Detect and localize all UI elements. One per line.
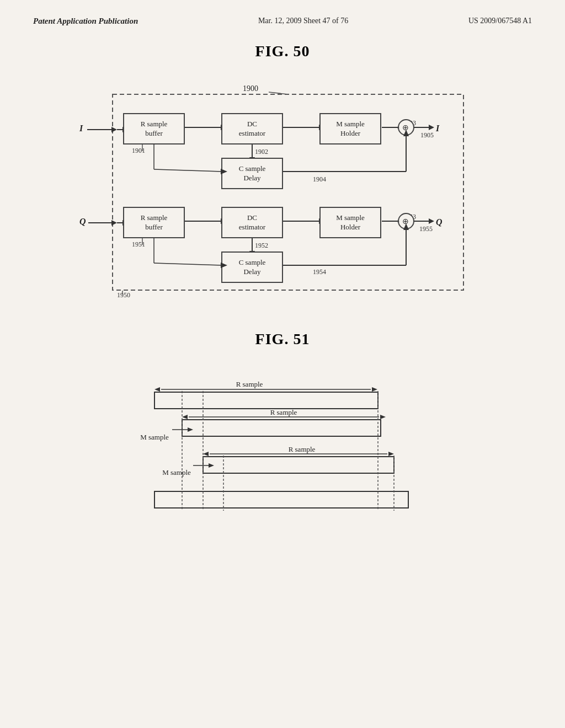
svg-marker-11 (319, 125, 324, 130)
svg-marker-54 (429, 218, 434, 224)
svg-text:1904: 1904 (313, 175, 326, 183)
svg-point-45 (398, 213, 414, 229)
svg-text:estimator: estimator (239, 223, 266, 231)
svg-text:C sample: C sample (239, 258, 266, 266)
svg-text:1903: 1903 (403, 119, 416, 127)
svg-marker-92 (154, 387, 160, 392)
svg-marker-98 (380, 415, 386, 419)
svg-text:R sample: R sample (141, 213, 168, 222)
svg-text:1953: 1953 (403, 213, 416, 221)
svg-rect-103 (182, 420, 381, 436)
svg-text:⊕: ⊕ (402, 124, 409, 132)
sheet-info: Mar. 12, 2009 Sheet 47 of 76 (258, 17, 348, 25)
svg-text:M sample: M sample (162, 468, 191, 477)
svg-rect-64 (222, 114, 282, 144)
svg-marker-5 (111, 127, 117, 132)
svg-text:1902: 1902 (255, 148, 268, 156)
svg-marker-49 (403, 223, 409, 230)
svg-marker-106 (388, 452, 394, 456)
svg-marker-90 (221, 263, 227, 268)
svg-marker-7 (122, 127, 128, 132)
svg-marker-9 (221, 125, 226, 130)
svg-text:Q: Q (79, 217, 86, 226)
svg-marker-109 (209, 463, 214, 468)
fig51-diagram: R sample R sample M sample R sample (33, 365, 532, 574)
svg-text:−: − (403, 210, 406, 217)
svg-text:⊕: ⊕ (402, 217, 409, 226)
svg-text:1905: 1905 (420, 131, 434, 139)
svg-marker-33 (111, 220, 117, 226)
svg-text:DC: DC (247, 213, 257, 222)
fig51-svg: R sample R sample M sample R sample (117, 365, 448, 574)
svg-text:R sample: R sample (236, 380, 263, 388)
svg-text:R sample: R sample (141, 120, 168, 128)
svg-text:buffer: buffer (145, 223, 163, 231)
svg-text:R sample: R sample (289, 445, 316, 453)
page-header: Patent Application Publication Mar. 12, … (33, 17, 532, 26)
svg-line-89 (154, 263, 222, 265)
svg-text:M sample: M sample (336, 213, 365, 222)
svg-marker-39 (319, 218, 324, 224)
svg-text:1900: 1900 (243, 84, 258, 93)
svg-text:M sample: M sample (140, 433, 169, 441)
svg-text:Holder: Holder (340, 129, 361, 137)
svg-text:Delay: Delay (243, 174, 261, 182)
svg-marker-43 (249, 251, 255, 258)
svg-marker-37 (221, 218, 226, 224)
publication-label: Patent Application Publication (33, 17, 138, 26)
fig50-diagram: 1900 I 1903 (33, 77, 532, 308)
svg-rect-111 (203, 457, 394, 473)
svg-text:1901: 1901 (132, 147, 145, 154)
svg-marker-93 (372, 387, 377, 392)
svg-rect-76 (222, 207, 282, 238)
svg-rect-70 (222, 158, 282, 189)
svg-text:I: I (79, 124, 83, 133)
svg-marker-26 (429, 125, 434, 130)
svg-text:+: + (396, 218, 399, 224)
page: Patent Application Publication Mar. 12, … (0, 0, 565, 728)
svg-rect-79 (320, 207, 381, 238)
svg-marker-21 (403, 130, 409, 136)
svg-rect-73 (124, 207, 184, 238)
svg-text:−: − (403, 116, 406, 123)
svg-marker-97 (182, 415, 188, 419)
svg-marker-15 (249, 157, 255, 164)
svg-marker-87 (221, 169, 227, 174)
svg-text:M sample: M sample (336, 120, 365, 128)
svg-text:estimator: estimator (239, 129, 266, 137)
svg-rect-0 (113, 94, 463, 290)
svg-rect-67 (320, 114, 381, 144)
patent-number: US 2009/067548 A1 (468, 17, 532, 25)
svg-text:DC: DC (247, 120, 257, 128)
svg-text:buffer: buffer (145, 129, 163, 137)
svg-line-86 (154, 169, 222, 172)
svg-point-17 (398, 120, 414, 135)
svg-marker-101 (188, 427, 193, 432)
svg-marker-35 (122, 220, 128, 226)
svg-text:Holder: Holder (340, 223, 361, 231)
svg-text:1951: 1951 (132, 240, 145, 248)
fig50-container: 1900 I 1903 (67, 77, 498, 308)
svg-text:C sample: C sample (239, 164, 266, 173)
svg-text:1954: 1954 (313, 268, 326, 276)
svg-text:R sample: R sample (270, 408, 297, 416)
fig51-container: R sample R sample M sample R sample (117, 365, 448, 574)
fig50-title: FIG. 50 (33, 42, 532, 60)
svg-text:1955: 1955 (419, 225, 433, 233)
svg-text:1950: 1950 (117, 291, 130, 299)
fig51-title: FIG. 51 (33, 330, 532, 348)
svg-text:Q: Q (436, 217, 443, 227)
svg-line-2 (269, 92, 288, 94)
svg-text:Delay: Delay (243, 267, 261, 276)
svg-rect-61 (124, 114, 184, 144)
svg-rect-82 (222, 252, 282, 282)
svg-marker-105 (203, 452, 209, 456)
svg-rect-95 (154, 392, 378, 409)
svg-rect-112 (154, 491, 408, 508)
svg-text:+: + (396, 124, 399, 131)
svg-text:I: I (435, 124, 440, 133)
svg-text:1952: 1952 (255, 242, 268, 249)
fig50-svg: 1900 I 1903 (67, 77, 498, 308)
